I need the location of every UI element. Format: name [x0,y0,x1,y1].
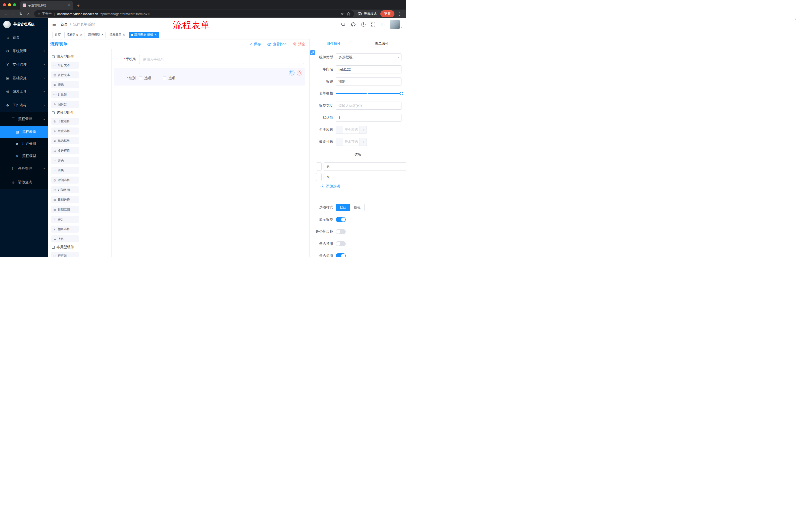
disabled-toggle[interactable] [336,241,346,246]
home-button[interactable]: ⌂ [25,10,32,17]
fullscreen-icon[interactable] [371,22,375,27]
palette-item-multi-line-text[interactable]: ▤多行文本 [51,72,79,78]
close-icon[interactable]: ✕ [101,33,104,36]
user-menu[interactable]: ▾ [390,20,402,29]
palette-item-cascader[interactable]: ⋔级联选择 [51,128,79,135]
address-bar[interactable]: ⚠ 不安全 | dashboard.yudao.iocoder.cn /bpm/… [34,10,354,17]
form-canvas[interactable]: *手机号 [112,49,309,257]
border-toggle[interactable] [336,229,346,234]
phone-input[interactable] [139,55,304,64]
browser-menu-icon[interactable]: ⋮ [396,11,404,16]
save-button[interactable]: ✓ 保存 [250,42,261,47]
tab-form-props[interactable]: 表单属性 [358,39,406,48]
zoom-window-button[interactable] [13,3,16,6]
breadcrumb-home[interactable]: 首页 [61,22,67,27]
label-width-input[interactable] [336,102,402,110]
sidebar-collapse-icon[interactable]: ☰ [52,22,56,27]
close-icon[interactable]: ✕ [80,33,82,36]
sidebar-item-process-management[interactable]: ☰ 流程管理 ▴ [0,112,48,126]
palette-item-checkbox-group[interactable]: ☑多选框组 [51,147,79,154]
slider-handle[interactable] [400,92,403,95]
tab-component-props[interactable]: 组件属性 [310,39,358,48]
tag-process-model[interactable]: 流程模型 ✕ [86,32,106,38]
sidebar-item-workflow[interactable]: ❖ 工作流程 ▴ [0,99,48,112]
browser-update-button[interactable]: 更新 [380,10,395,17]
palette-item-date-range[interactable]: ▩日期范围 [51,206,79,213]
default-value-input[interactable] [336,114,402,122]
sidebar-item-home[interactable]: ⌂ 首页 [0,31,48,44]
sidebar-item-process-form[interactable]: ▤ 流程表单 [0,126,48,138]
style-default-button[interactable]: 默认 [336,204,350,211]
component-type-select[interactable]: 多选框组 [336,53,402,61]
sidebar-item-user-group[interactable]: ☻ 用户分组 [0,138,48,150]
palette-item-upload[interactable]: ☁上传 [51,235,79,242]
required-toggle[interactable] [336,253,346,257]
palette-item-rate[interactable]: ☆评分 [51,216,79,223]
password-key-icon[interactable] [341,12,345,16]
palette-item-date-picker[interactable]: ▦日期选择 [51,196,79,203]
close-icon[interactable]: ✕ [123,33,125,36]
minus-icon[interactable]: − [336,126,343,134]
link-button[interactable] [310,50,315,55]
form-grid-slider[interactable] [336,89,402,98]
option-label-input[interactable] [316,162,322,170]
palette-item-radio-group[interactable]: ◉单选框组 [51,137,79,144]
palette-item-row-container[interactable]: ▢行容器 [51,252,79,257]
add-option-button[interactable]: + 添加选项 [321,184,402,189]
help-icon[interactable]: ? [361,22,366,27]
title-input[interactable] [336,77,402,85]
plus-icon[interactable]: + [359,138,367,145]
show-label-toggle[interactable] [336,217,346,222]
style-button-button[interactable]: 按钮 [350,204,365,211]
delete-field-button[interactable] [297,70,302,76]
close-window-button[interactable] [3,3,6,6]
canvas-field-phone[interactable]: *手机号 [114,54,305,65]
tag-home[interactable]: 首页 [53,32,63,38]
sidebar-item-payment[interactable]: ¥ 支付管理 ▾ [0,58,48,72]
forward-button[interactable]: → [10,10,17,17]
min-select-stepper[interactable]: − 至少应选 + [336,126,367,134]
sidebar-item-devtools[interactable]: ⚒ 研发工具 ▾ [0,85,48,99]
palette-item-time-picker[interactable]: ◷时间选择 [51,177,79,184]
palette-item-single-line-text[interactable]: ▭单行文本 [51,62,79,69]
sidebar-item-task-management[interactable]: ⚐ 任务管理 ▾ [0,162,48,175]
gender-option-2[interactable]: 选项二 [163,76,179,80]
gender-option-1[interactable]: 选项一 [139,76,155,80]
font-size-icon[interactable]: TT [381,22,385,26]
palette-item-counter[interactable]: 123计数器 [51,91,79,98]
sidebar-item-leave-query[interactable]: ☺ 请假查询 [0,175,48,189]
copy-field-button[interactable] [289,70,294,76]
sidebar-item-process-model[interactable]: ➤ 流程模型 [0,150,48,162]
plus-icon[interactable]: + [359,126,367,134]
github-icon[interactable] [351,22,356,27]
option-label-input[interactable] [316,173,322,181]
close-icon[interactable]: ✕ [154,33,157,36]
search-icon[interactable] [341,22,345,27]
tag-process-form-edit[interactable]: 流程表单-编辑 ✕ [128,32,159,38]
avatar[interactable] [390,20,400,29]
palette-item-time-range[interactable]: ◴时间范围 [51,186,79,193]
palette-item-slider[interactable]: ↔滑块 [51,167,79,174]
minimize-window-button[interactable] [8,3,11,6]
browser-tab[interactable]: 芋道管理系统 ✕ [20,1,74,9]
tab-close-icon[interactable]: ✕ [67,3,71,7]
palette-item-color-picker[interactable]: ◐颜色选择 [51,225,79,233]
back-button[interactable]: ← [2,10,9,17]
option-value-input[interactable] [324,173,406,181]
canvas-field-gender-selected[interactable]: *性别 选项一 选项二 [114,68,305,85]
reload-button[interactable]: ↻ [18,10,24,17]
minus-icon[interactable]: − [336,138,343,145]
tag-process-form[interactable]: 流程表单 ✕ [107,32,127,38]
max-select-stepper[interactable]: − 最多可选 + [336,138,367,146]
palette-item-editor[interactable]: ✎编辑器 [51,101,79,108]
palette-item-password[interactable]: ▣密码 [51,81,79,88]
tag-process-definition[interactable]: 流程定义 ✕ [64,32,84,38]
sidebar-item-infrastructure[interactable]: ▣ 基础设施 ▾ [0,72,48,85]
option-value-input[interactable] [324,162,406,170]
clear-button[interactable]: 清空 [293,42,305,47]
field-name-input[interactable] [336,65,402,74]
new-tab-button[interactable]: + [77,3,80,8]
view-json-button[interactable]: 查看json [267,42,286,47]
bookmark-star-icon[interactable] [346,12,350,16]
sidebar-item-system[interactable]: ⚙ 系统管理 ▾ [0,44,48,58]
